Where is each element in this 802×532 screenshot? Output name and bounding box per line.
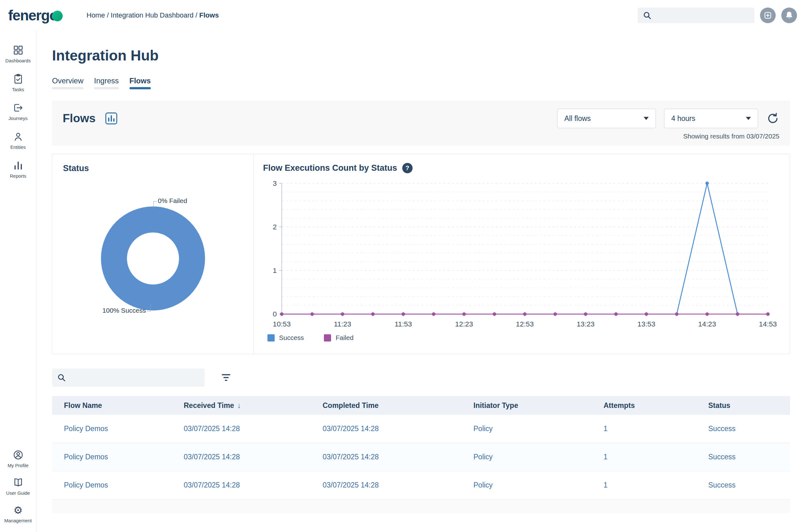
charts-panels: Status 0% Failed 100% Success Flow Execu… xyxy=(52,154,790,354)
sidebar: Dashboards Tasks Journeys Entities Repor… xyxy=(0,31,36,532)
svg-text:0: 0 xyxy=(273,310,277,318)
breadcrumb-path[interactable]: Home / Integration Hub Dashboard / xyxy=(87,11,199,19)
search-icon xyxy=(57,373,66,382)
column-status[interactable]: Status xyxy=(696,401,790,410)
fenergo-logo[interactable]: fenergo xyxy=(8,7,80,24)
chart-view-icon[interactable] xyxy=(104,112,118,125)
legend-label: Success xyxy=(279,334,304,342)
flows-section-title: Flows xyxy=(63,112,96,125)
person-circle-icon xyxy=(13,449,23,460)
executions-panel: Flow Executions Count by Status ? 012310… xyxy=(254,154,790,354)
legend-label: Failed xyxy=(335,334,353,342)
table-search[interactable] xyxy=(52,368,205,387)
tab-underline xyxy=(94,87,119,89)
global-search-input[interactable] xyxy=(655,11,749,20)
cell-initiator-type: Policy xyxy=(461,424,591,433)
filter-icon xyxy=(220,372,232,383)
sidebar-item-dashboards[interactable]: Dashboards xyxy=(0,43,36,65)
sidebar-item-label: Journeys xyxy=(8,116,28,121)
tab-label: Flows xyxy=(129,76,151,85)
tab-flows[interactable]: Flows xyxy=(129,76,151,89)
executions-line-chart: 012310:5311:2311:5312:2312:5313:2313:531… xyxy=(263,178,780,334)
book-icon xyxy=(13,477,23,488)
search-icon xyxy=(643,11,652,20)
topbar-actions xyxy=(638,7,797,23)
sidebar-item-journeys[interactable]: Journeys xyxy=(0,100,36,123)
cell-received-time: 03/07/2025 14:28 xyxy=(172,453,311,461)
chevron-down-icon xyxy=(644,117,649,120)
flows-table: Flow Name Received Time↓ Completed Time … xyxy=(52,396,790,513)
svg-text:11:23: 11:23 xyxy=(334,320,351,328)
cell-status: Success xyxy=(696,481,790,489)
donut-failed-label: 0% Failed xyxy=(158,197,187,205)
table-search-input[interactable] xyxy=(70,373,200,382)
table-tail xyxy=(52,499,790,513)
table-row[interactable]: Policy Demos 03/07/2025 14:28 03/07/2025… xyxy=(52,443,790,471)
svg-text:2: 2 xyxy=(273,223,277,231)
legend-swatch xyxy=(324,334,331,342)
cell-received-time: 03/07/2025 14:28 xyxy=(172,424,311,433)
executions-panel-title: Flow Executions Count by Status xyxy=(263,163,397,173)
flow-filter-select[interactable]: All flows xyxy=(557,109,656,128)
tab-ingress[interactable]: Ingress xyxy=(94,76,119,89)
tab-label: Overview xyxy=(52,76,84,85)
cell-initiator-type: Policy xyxy=(461,453,591,461)
cell-attempts: 1 xyxy=(591,424,696,433)
cell-completed-time: 03/07/2025 14:28 xyxy=(311,481,461,489)
results-note: Showing results from 03/07/2025 xyxy=(63,133,780,140)
legend-swatch xyxy=(268,334,275,342)
cell-flow-name[interactable]: Policy Demos xyxy=(52,453,172,461)
sidebar-item-management[interactable]: ⚙ Management xyxy=(0,502,36,525)
tab-overview[interactable]: Overview xyxy=(52,76,84,89)
svg-text:10:53: 10:53 xyxy=(273,320,291,328)
logo-text: fenergo xyxy=(8,7,58,24)
bell-icon xyxy=(784,11,794,20)
sidebar-item-tasks[interactable]: Tasks xyxy=(0,72,36,94)
cell-completed-time: 03/07/2025 14:28 xyxy=(311,424,461,433)
filter-button[interactable] xyxy=(220,372,232,383)
add-in-square-icon xyxy=(763,11,772,20)
table-row[interactable]: Policy Demos 03/07/2025 14:28 03/07/2025… xyxy=(52,471,790,499)
logo-dot-icon xyxy=(52,11,63,21)
notifications-button[interactable] xyxy=(781,7,797,23)
help-icon[interactable]: ? xyxy=(402,163,413,173)
cell-flow-name[interactable]: Policy Demos xyxy=(52,481,172,489)
bar-chart-icon xyxy=(13,160,23,171)
cell-completed-time: 03/07/2025 14:28 xyxy=(311,453,461,461)
quick-add-button[interactable] xyxy=(760,7,776,23)
status-panel-title: Status xyxy=(63,164,243,173)
svg-text:1: 1 xyxy=(273,266,277,274)
column-received-time[interactable]: Received Time↓ xyxy=(172,401,311,410)
sort-desc-icon[interactable]: ↓ xyxy=(237,401,241,410)
global-search[interactable] xyxy=(638,7,754,23)
sidebar-item-reports[interactable]: Reports xyxy=(0,158,36,180)
cell-status: Success xyxy=(696,424,790,433)
cell-flow-name[interactable]: Policy Demos xyxy=(52,424,172,433)
refresh-icon xyxy=(766,112,780,125)
flow-filter-value: All flows xyxy=(564,114,591,123)
sidebar-item-label: Dashboards xyxy=(5,58,31,63)
donut-success-label: 100% Success xyxy=(103,307,146,314)
legend-item-failed: Failed xyxy=(324,334,353,342)
sidebar-item-entities[interactable]: Entities xyxy=(0,129,36,152)
column-attempts[interactable]: Attempts xyxy=(591,401,696,410)
table-header: Flow Name Received Time↓ Completed Time … xyxy=(52,396,790,415)
svg-text:12:23: 12:23 xyxy=(455,320,473,328)
dashboard-grid-icon xyxy=(13,44,23,56)
time-range-select[interactable]: 4 hours xyxy=(664,109,758,128)
sidebar-item-user-guide[interactable]: User Guide xyxy=(0,475,36,497)
breadcrumb-current: Flows xyxy=(199,11,219,19)
tab-label: Ingress xyxy=(94,76,119,85)
svg-text:11:53: 11:53 xyxy=(395,320,412,328)
status-donut-chart: 0% Failed 100% Success xyxy=(63,175,243,344)
sidebar-item-my-profile[interactable]: My Profile xyxy=(0,448,36,470)
column-flow-name[interactable]: Flow Name xyxy=(52,401,172,410)
svg-text:12:53: 12:53 xyxy=(516,320,534,328)
chevron-down-icon xyxy=(746,117,751,120)
refresh-button[interactable] xyxy=(766,112,780,125)
table-row[interactable]: Policy Demos 03/07/2025 14:28 03/07/2025… xyxy=(52,415,790,443)
donut-ring xyxy=(101,207,205,310)
cell-initiator-type: Policy xyxy=(461,481,591,489)
column-completed-time[interactable]: Completed Time xyxy=(311,401,461,410)
column-initiator-type[interactable]: Initiator Type xyxy=(461,401,591,410)
